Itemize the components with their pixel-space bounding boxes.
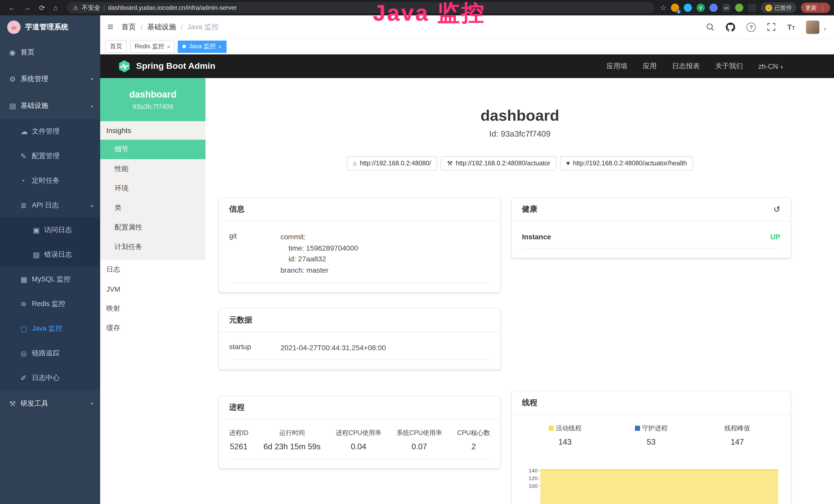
metadata-row-startup: startup 2021-04-27T00:44:31.254+08:00 (229, 335, 490, 360)
access-log-icon: ▣ (33, 226, 44, 234)
breadcrumb-infra[interactable]: 基础设施 (147, 22, 176, 31)
sba-nav-about[interactable]: 关于我们 (715, 62, 743, 71)
address-bar[interactable]: ⚠ 不安全 dashboard.yudao.iocoder.cn/infra/a… (67, 2, 655, 13)
extension-icon[interactable] (684, 4, 692, 12)
process-card-title: 进程 (229, 403, 244, 413)
sidebar-item-file[interactable]: ☁ 文件管理 (0, 119, 100, 144)
extension-icon[interactable] (709, 4, 718, 12)
menu-kebab-icon[interactable]: ⋮ (820, 4, 826, 11)
back-icon[interactable]: ← (8, 4, 16, 12)
home-icon: ⌂ (353, 160, 357, 167)
caret-down-icon: ▾ (824, 26, 826, 33)
sidebar-item-job[interactable]: ◔ 定时任务 (0, 168, 100, 193)
fullscreen-icon[interactable] (767, 23, 776, 31)
instance-link-health[interactable]: ♥ http://192.168.0.2:48080/actuator/heal… (560, 156, 693, 170)
forward-icon[interactable]: → (24, 4, 31, 12)
search-icon[interactable] (706, 23, 715, 31)
sba-sidebar: dashboard 93a3fc7f7409 Insights 细节 性能 环境… (100, 78, 205, 504)
sidebar-item-trace[interactable]: ◎ 链路追踪 (0, 341, 100, 366)
close-icon[interactable]: × (167, 43, 170, 49)
sba-item-performance[interactable]: 性能 (100, 159, 205, 179)
legend-daemon-threads: 守护进程 53 (608, 424, 694, 447)
extension-icon[interactable]: V (697, 4, 705, 12)
caret-down-icon: ▾ (781, 65, 783, 70)
help-icon[interactable]: ? (746, 22, 756, 31)
url-text: dashboard.yudao.iocoder.cn/infra/admin-s… (108, 4, 237, 11)
threads-legend: 活动线程 143 守护进程 53 线程峰值 14 (522, 418, 780, 454)
sba-logo-icon (118, 60, 131, 73)
extension-icon[interactable] (748, 4, 756, 12)
sba-item-mappings[interactable]: 映射 (100, 299, 205, 318)
edit-icon: ✎ (21, 152, 32, 160)
sba-item-env[interactable]: 环境 (100, 179, 205, 198)
info-value: commit: time: 1596289704000 id: 27aa832 … (281, 232, 358, 276)
extension-icon[interactable]: on (722, 4, 730, 12)
instance-link-actuator[interactable]: ⚒ http://192.168.0.2:48080/actuator (441, 156, 556, 170)
sidebar-item-access-log[interactable]: ▣ 访问日志 (0, 218, 100, 243)
sidebar-item-mysql[interactable]: ▦ MySQL 监控 (0, 267, 100, 292)
sba-nav-links: 应用墙 应用 日志报表 关于我们 zh-CN▾ (607, 62, 834, 71)
sba-brand[interactable]: Spring Boot Admin (118, 60, 216, 73)
sba-item-logs[interactable]: 日志 (100, 260, 205, 279)
page-title: dashboard (205, 107, 834, 124)
sba-item-scheduled[interactable]: 计划任务 (100, 237, 205, 257)
sba-item-jvm[interactable]: JVM (100, 279, 205, 299)
sba-locale-select[interactable]: zh-CN▾ (758, 62, 783, 70)
sba-nav-journal[interactable]: 日志报表 (672, 62, 700, 71)
sidebar-item-home[interactable]: ◉ 首页 (0, 39, 100, 66)
stat-system-cpu: 系统CPU使用率 0.07 (397, 429, 442, 452)
toolbar-right: ☆ 1 V on ☺ 已暂停 更新 ⋮ (660, 3, 830, 13)
mysql-icon: ▦ (21, 275, 32, 283)
update-button[interactable]: 更新 ⋮ (801, 3, 830, 13)
sidebar-item-java[interactable]: ▢ Java 监控 (0, 316, 100, 341)
github-icon[interactable] (726, 22, 735, 31)
instance-link-root[interactable]: ⌂ http://192.168.0.2:48080/ (347, 156, 437, 170)
tags-view: 首页 Redis 监控 × Java 监控 × (100, 39, 834, 54)
chevron-down-icon: ▾ (91, 401, 93, 406)
breadcrumb-home[interactable]: 首页 (122, 22, 136, 31)
sidebar-item-system[interactable]: ⚙ 系统管理 ▾ (0, 66, 100, 92)
metadata-value: 2021-04-27T00:44:31.254+08:00 (281, 343, 386, 353)
bookmark-star-icon[interactable]: ☆ (660, 4, 666, 12)
extension-icon[interactable] (735, 4, 743, 12)
tagsview-tab-java[interactable]: Java 监控 × (178, 40, 226, 53)
sidebar-item-redis[interactable]: ≋ Redis 监控 (0, 292, 100, 316)
sba-main: dashboard Id: 93a3fc7f7409 ⌂ http://192.… (205, 78, 834, 504)
history-icon[interactable]: ↺ (773, 204, 780, 214)
sidebar-item-config[interactable]: ✎ 配置管理 (0, 144, 100, 168)
tagsview-tab-redis[interactable]: Redis 监控 × (130, 40, 175, 53)
metadata-card-title: 元数据 (229, 315, 252, 325)
infra-icon: ▤ (9, 102, 21, 110)
metadata-key: startup (229, 343, 281, 353)
font-size-icon[interactable]: TT (787, 23, 795, 31)
sidebar-item-devtools[interactable]: ⚒ 研发工具 ▾ (0, 390, 100, 417)
sba-nav-wall[interactable]: 应用墙 (607, 62, 627, 71)
extension-icon[interactable]: 1 (671, 4, 679, 12)
sidebar-item-api-log[interactable]: ≣ API 日志 ▴ (0, 193, 100, 218)
tagsview-tab-home[interactable]: 首页 (105, 40, 127, 53)
instance-name: dashboard (129, 89, 176, 100)
sidebar-item-infra[interactable]: ▤ 基础设施 ▴ (0, 92, 100, 119)
health-card: 健康 ↺ Instance UP (511, 197, 791, 258)
threads-chart: 140 120 100 (522, 456, 780, 504)
sidebar-toggle-icon[interactable]: ≡ (107, 21, 113, 33)
health-row-instance[interactable]: Instance UP (522, 224, 780, 249)
error-log-icon: ▨ (33, 251, 44, 259)
sidebar-item-log-center[interactable]: ✐ 日志中心 (0, 366, 100, 390)
sba-item-props[interactable]: 配置属性 (100, 218, 205, 237)
instance-header[interactable]: dashboard 93a3fc7f7409 (100, 78, 205, 121)
reload-icon[interactable]: ⟳ (39, 4, 45, 12)
avatar[interactable] (806, 20, 820, 33)
sidebar-item-error-log[interactable]: ▨ 错误日志 (0, 243, 100, 267)
sba-item-details[interactable]: 细节 (100, 140, 205, 159)
sba-item-classes[interactable]: 类 (100, 198, 205, 218)
threads-card-title: 线程 (522, 398, 537, 408)
sba-item-caches[interactable]: 缓存 (100, 318, 205, 338)
close-icon[interactable]: × (218, 43, 222, 49)
paused-badge[interactable]: ☺ 已暂停 (761, 3, 796, 13)
divider (104, 5, 104, 11)
infra-submenu: ☁ 文件管理 ✎ 配置管理 ◔ 定时任务 ≣ API 日志 ▴ (0, 119, 100, 390)
sba-nav-applications[interactable]: 应用 (643, 62, 657, 71)
home-icon[interactable]: ⌂ (53, 4, 58, 12)
info-card-title: 信息 (229, 204, 244, 214)
